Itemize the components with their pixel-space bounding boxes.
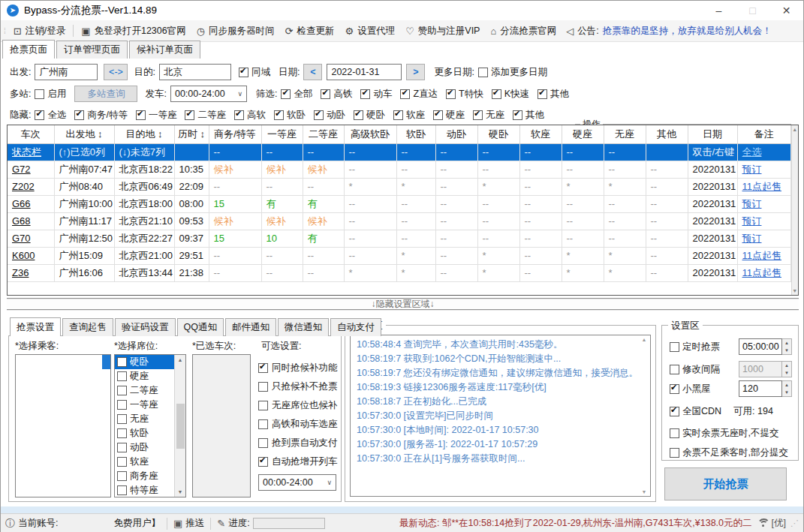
seat-option[interactable]: 二等座: [115, 383, 174, 398]
hide-checkbox[interactable]: 硬卧: [354, 109, 385, 122]
optional-checkbox[interactable]: 自动抢增开列车: [258, 452, 338, 471]
seat-option[interactable]: 软卧: [115, 426, 174, 440]
seat-option[interactable]: 硬座: [115, 369, 174, 383]
multi-query-button[interactable]: 多站查询: [74, 86, 137, 102]
spin-up-icon[interactable]: ▲: [782, 381, 791, 389]
optional-checkbox[interactable]: 只抢候补不抢票: [258, 377, 338, 396]
setting-checkbox[interactable]: 修改间隔: [670, 363, 720, 376]
optional-checkbox[interactable]: 无座席位也候补: [258, 396, 338, 415]
filter-checkbox[interactable]: K快速: [492, 88, 529, 101]
date-input[interactable]: 2022-01-31: [327, 64, 402, 80]
column-header[interactable]: 硬卧: [477, 125, 519, 143]
setting-checkbox[interactable]: 小黑屋: [670, 383, 711, 395]
seat-scrollbar[interactable]: ▲▼: [174, 355, 185, 497]
settings-tab-4[interactable]: QQ通知: [177, 318, 224, 336]
enable-multi-checkbox[interactable]: 启用: [35, 88, 66, 101]
optional-checkbox[interactable]: 抢到票自动支付: [258, 434, 338, 452]
settings-tab-2[interactable]: 查询起售: [62, 318, 113, 336]
book-link[interactable]: 预订: [742, 215, 762, 227]
output-log[interactable]: 10:58:48:4 查询完毕，本次查询共用时:435毫秒。10:58:19:7…: [350, 335, 651, 497]
spin-down-icon[interactable]: ▼: [782, 347, 791, 354]
train-row[interactable]: G70广州南12:50北京西22:2709:371510有-----------…: [8, 230, 790, 247]
seat-option[interactable]: 商务座: [115, 469, 174, 483]
close-button[interactable]: ✕: [769, 1, 803, 20]
hide-checkbox[interactable]: 一等座: [136, 109, 177, 122]
book-link[interactable]: 预订: [742, 198, 762, 209]
train-row[interactable]: Z36广州16:06北京西13:4421:38------**--*--**--…: [8, 264, 790, 281]
train-link[interactable]: K600: [12, 250, 35, 261]
seat-option[interactable]: 特等座: [115, 483, 174, 497]
setting-checkbox[interactable]: 定时抢票: [670, 341, 720, 353]
toolbar-item-7[interactable]: ⌂分流抢票官网: [490, 25, 556, 38]
column-header[interactable]: 一等座: [261, 125, 303, 143]
train-link[interactable]: Z36: [12, 267, 29, 278]
grab-time-range-select[interactable]: 00:00-24:00∨: [258, 474, 336, 491]
seat-option[interactable]: 无座: [115, 412, 174, 426]
scroll-up-icon[interactable]: ▲: [642, 337, 647, 342]
minimize-button[interactable]: –: [702, 1, 736, 20]
train-row[interactable]: G68广州南11:17北京西21:1009:53候补候补候补----------…: [8, 212, 790, 230]
seat-option[interactable]: 软座: [115, 455, 174, 469]
select-all-link[interactable]: 全选: [742, 146, 762, 158]
column-header[interactable]: 二等座: [303, 125, 344, 143]
hide-checkbox[interactable]: 动卧: [314, 109, 345, 122]
column-header[interactable]: 动卧: [435, 125, 477, 143]
setting-stepper[interactable]: 05:00:00▲▼: [739, 338, 792, 355]
selected-trains-listbox[interactable]: [192, 354, 251, 497]
train-link[interactable]: G72: [12, 164, 31, 175]
filter-checkbox[interactable]: 其他: [538, 88, 569, 101]
scroll-thumb[interactable]: [176, 404, 185, 449]
optional-checkbox[interactable]: 同时抢候补功能: [258, 359, 338, 377]
book-link[interactable]: 11点起售: [742, 181, 782, 192]
main-tab-3[interactable]: 候补订单页面: [129, 41, 200, 59]
optional-checkbox[interactable]: 高铁和动车选座: [258, 415, 338, 434]
table-scrollbar[interactable]: ▲▼: [791, 125, 799, 295]
book-link[interactable]: 11点起售: [742, 250, 782, 261]
column-header[interactable]: 软座: [519, 125, 562, 143]
train-row[interactable]: G66广州南10:00北京西18:0008:0015有有------------…: [8, 195, 790, 212]
train-link[interactable]: Z202: [12, 181, 35, 192]
status-row[interactable]: 状态栏(↑)已选0列(↓)未选7列--------------------双击/…: [8, 143, 790, 161]
column-header[interactable]: 商务/特等: [209, 125, 261, 143]
column-header[interactable]: 日期: [688, 125, 737, 143]
settings-tab-6[interactable]: 微信通知: [278, 318, 329, 336]
train-row[interactable]: K600广州15:09北京西21:0029:51--------*--*--**…: [8, 247, 790, 264]
setting-stepper[interactable]: 120▲▼: [739, 380, 792, 397]
depart-input[interactable]: 广州南: [35, 64, 98, 80]
scroll-up-icon[interactable]: ▲: [792, 127, 797, 132]
train-row[interactable]: Z202广州08:40北京西06:4922:09------**--*--**-…: [8, 178, 790, 195]
toolbar-item-3[interactable]: ◷同步服务器时间: [197, 25, 275, 38]
hide-checkbox[interactable]: 高软: [234, 109, 266, 122]
next-date-button[interactable]: >: [406, 64, 425, 80]
column-header[interactable]: 软卧: [396, 125, 435, 143]
filter-checkbox[interactable]: 全部: [281, 88, 312, 101]
column-header[interactable]: 历时 ↕: [174, 125, 209, 143]
toolbar-item-2[interactable]: ▣免登录打开12306官网: [81, 25, 186, 38]
setting-stepper[interactable]: 1000▲▼: [739, 361, 792, 377]
hidden-settings-divider[interactable]: ↓隐藏设置区域↓: [7, 298, 799, 311]
train-row[interactable]: G72广州南07:47北京西18:2210:35候补候补候补----------…: [8, 161, 790, 178]
column-header[interactable]: 备注: [737, 125, 790, 143]
settings-tab-1[interactable]: 抢票设置: [10, 317, 61, 336]
main-tab-2[interactable]: 订单管理页面: [56, 41, 128, 59]
scroll-down-icon[interactable]: ▼: [642, 489, 647, 494]
toolbar-item-1[interactable]: ⊡注销/登录: [14, 25, 65, 38]
hide-checkbox[interactable]: 软座: [393, 109, 425, 122]
hide-checkbox[interactable]: 其他: [513, 109, 544, 122]
depart-time-select[interactable]: 00:00-24:00∨: [170, 86, 247, 102]
passenger-scroll-thumb[interactable]: [102, 355, 110, 369]
spin-down-icon[interactable]: ▼: [782, 369, 791, 377]
column-header[interactable]: 其他: [646, 125, 688, 143]
dest-input[interactable]: 北京: [159, 64, 231, 80]
seat-option[interactable]: 硬卧: [115, 355, 174, 369]
filter-checkbox[interactable]: 高铁: [321, 88, 352, 101]
train-link[interactable]: G68: [12, 215, 31, 227]
start-grab-button[interactable]: 开始抢票: [664, 467, 787, 500]
setting-checkbox[interactable]: 全国CDN: [670, 405, 721, 418]
hide-checkbox[interactable]: 商务/特等: [74, 109, 127, 122]
settings-tab-7[interactable]: 自动支付: [330, 318, 381, 336]
settings-tab-3[interactable]: 验证码设置: [115, 318, 176, 336]
seat-option[interactable]: 动卧: [115, 440, 174, 455]
book-link[interactable]: 预订: [742, 233, 762, 244]
prev-date-button[interactable]: <: [303, 64, 322, 80]
